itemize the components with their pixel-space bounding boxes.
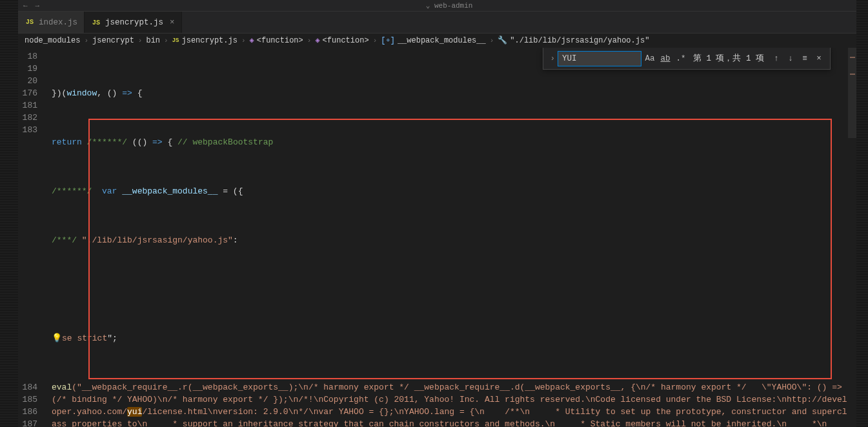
crumb-symbol[interactable]: <function> xyxy=(257,36,303,45)
find-prev-icon[interactable]: ↑ xyxy=(769,52,783,66)
tab-bar: JS index.js JS jsencrypt.js × xyxy=(18,12,856,34)
line-number[interactable]: 181 xyxy=(18,99,37,112)
code-line-eval[interactable]: eval("__webpack_require__.r(__webpack_ex… xyxy=(52,381,847,427)
find-widget[interactable]: › Aa ab .* 第 1 项，共 1 项 ↑ ↓ ≡ × xyxy=(543,48,831,70)
window-title: ⌄ web-admin xyxy=(426,1,473,10)
crumb-symbol[interactable]: __webpack_modules__ xyxy=(398,36,486,45)
close-icon[interactable]: × xyxy=(170,18,175,27)
crumb-file[interactable]: jsencrypt.js xyxy=(181,36,237,45)
minimap-viewport[interactable] xyxy=(848,48,856,138)
tab-label: index.js xyxy=(39,18,77,27)
tab-index-js[interactable]: JS index.js xyxy=(18,12,85,33)
close-icon[interactable]: × xyxy=(812,52,826,66)
tab-label: jsencrypt.js xyxy=(105,18,163,27)
tab-jsencrypt-js[interactable]: JS jsencrypt.js × xyxy=(85,12,182,33)
line-number[interactable]: 19 xyxy=(18,63,37,75)
code-area[interactable]: })(window, () => { return /******/ (() =… xyxy=(46,48,847,427)
nav-fwd-icon[interactable]: → xyxy=(35,2,40,10)
line-number[interactable]: 187 xyxy=(18,418,37,427)
line-number[interactable]: 176 xyxy=(18,87,37,99)
line-number[interactable]: 182 xyxy=(18,112,37,124)
symbol-method-icon: ◈ xyxy=(250,35,254,45)
js-icon: JS xyxy=(172,37,179,44)
minimap[interactable] xyxy=(847,48,856,427)
editor-main: 18 19 20 176 181 182 183 184 185 186 187… xyxy=(18,48,856,427)
line-number[interactable]: 185 xyxy=(18,393,37,406)
regex-toggle[interactable]: .* xyxy=(674,52,688,66)
crumb-folder[interactable]: node_modules xyxy=(25,36,80,45)
breadcrumb[interactable]: node_modules› jsencrypt› bin› JS jsencry… xyxy=(18,34,856,48)
code-line[interactable]: /******/ var __webpack_modules__ = ({ xyxy=(52,185,847,197)
title-bar-fragment: ← → ⌄ web-admin xyxy=(18,0,856,12)
symbol-method-icon: ◈ xyxy=(315,35,319,45)
code-line[interactable]: return /******/ (() => { // webpackBoots… xyxy=(52,136,847,148)
symbol-variable-icon: [∘] xyxy=(381,35,395,45)
find-input[interactable] xyxy=(558,51,641,66)
line-number[interactable]: 186 xyxy=(18,406,37,418)
code-line[interactable]: /***/ "./lib/lib/jsrsasign/yahoo.js": xyxy=(52,234,847,246)
nav-back-icon[interactable]: ← xyxy=(23,2,28,10)
search-match: yui xyxy=(127,407,142,417)
find-next-icon[interactable]: ↓ xyxy=(783,52,798,66)
lightbulb-icon[interactable]: 💡 xyxy=(52,333,62,343)
line-number[interactable]: 18 xyxy=(18,50,37,63)
line-number[interactable]: 184 xyxy=(18,381,37,393)
editor-shell: ← → ⌄ web-admin JS index.js JS jsencrypt… xyxy=(18,0,856,427)
js-icon: JS xyxy=(91,19,101,26)
find-result-count: 第 1 项，共 1 项 xyxy=(693,53,764,64)
symbol-key-icon: 🔧 xyxy=(498,35,507,45)
match-case-toggle[interactable]: Aa xyxy=(643,52,657,66)
crumb-folder[interactable]: jsencrypt xyxy=(92,36,134,45)
js-icon: JS xyxy=(25,19,35,26)
match-whole-word-toggle[interactable]: ab xyxy=(658,52,672,66)
code-line[interactable]: 💡se strict"; xyxy=(52,332,847,344)
crumb-symbol[interactable]: <function> xyxy=(323,36,369,45)
crumb-symbol[interactable]: "./lib/lib/jsrsasign/yahoo.js" xyxy=(510,36,649,45)
activity-bar-fragment xyxy=(0,0,18,427)
line-number[interactable]: 20 xyxy=(18,75,37,87)
line-number[interactable]: 183 xyxy=(18,124,37,381)
line-number-gutter[interactable]: 18 19 20 176 181 182 183 184 185 186 187 xyxy=(18,48,46,427)
code-line[interactable] xyxy=(52,283,847,295)
crumb-folder[interactable]: bin xyxy=(146,36,160,45)
find-filter-icon[interactable]: ≡ xyxy=(798,52,812,66)
code-line[interactable]: })(window, () => { xyxy=(52,87,847,99)
find-toggle-replace-icon[interactable]: › xyxy=(547,54,558,63)
